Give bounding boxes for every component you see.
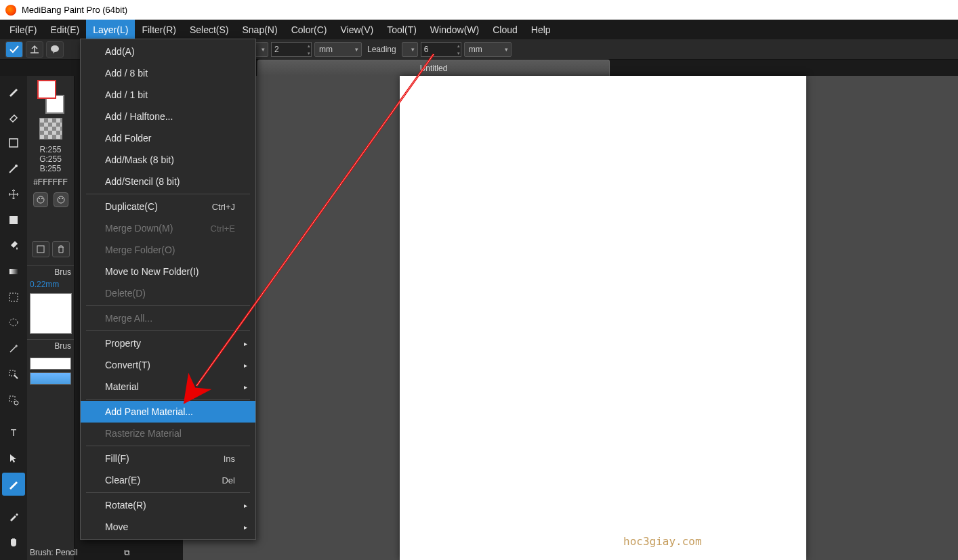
svg-rect-1 bbox=[9, 139, 18, 147]
tool-divide[interactable] bbox=[2, 473, 25, 496]
menu-item-rotate-r[interactable]: Rotate(R)▸ bbox=[81, 494, 255, 516]
menu-item-fill-f[interactable]: Fill(F)Ins bbox=[81, 448, 255, 469]
svg-text:T: T bbox=[11, 427, 17, 438]
menu-item-label: Move to New Folder(I) bbox=[105, 266, 199, 277]
menu-item-clear-e[interactable]: Clear(E)Del bbox=[81, 469, 255, 491]
menu-item-add-folder[interactable]: Add Folder bbox=[81, 127, 255, 149]
opt-btn-speech[interactable] bbox=[46, 41, 64, 58]
menu-item-add-stencil-8-bit[interactable]: Add/Stencil (8 bit) bbox=[81, 171, 255, 192]
tool-eyedropper[interactable] bbox=[2, 505, 25, 528]
menu-snap[interactable]: Snap(N) bbox=[236, 20, 285, 39]
menu-item-merge-down-m: Merge Down(M)Ctrl+E bbox=[81, 217, 255, 239]
menu-item-add-mask-8-bit[interactable]: Add/Mask (8 bit) bbox=[81, 149, 255, 171]
tool-select-rect[interactable] bbox=[2, 286, 25, 309]
tool-brush[interactable] bbox=[2, 80, 25, 103]
canvas-container[interactable] bbox=[183, 76, 958, 560]
menu-view[interactable]: View(V) bbox=[334, 20, 381, 39]
menu-shortcut: Ctrl+E bbox=[211, 223, 235, 234]
tool-select-eraser[interactable] bbox=[2, 389, 25, 412]
menu-item-add-panel-material[interactable]: Add Panel Material... bbox=[81, 401, 255, 423]
svg-point-6 bbox=[9, 319, 18, 326]
menu-filter[interactable]: Filter(R) bbox=[135, 20, 183, 39]
menu-item-merge-all: Merge All... bbox=[81, 307, 255, 329]
opt-dropdown-2[interactable] bbox=[402, 42, 418, 57]
menu-tool[interactable]: Tool(T) bbox=[380, 20, 423, 39]
tool-lasso[interactable] bbox=[2, 311, 25, 335]
bucket-icon bbox=[7, 240, 20, 252]
brush-footer: Brush: Pencil ⧉ bbox=[30, 548, 130, 557]
fill-square-icon bbox=[7, 214, 20, 226]
tool-fill[interactable] bbox=[2, 209, 25, 232]
svg-point-11 bbox=[37, 196, 44, 203]
tool-text[interactable]: T bbox=[2, 421, 25, 444]
opt-btn-share[interactable] bbox=[26, 41, 43, 58]
layer-new-btn[interactable] bbox=[32, 241, 49, 257]
document-tab[interactable]: Untitled bbox=[257, 60, 610, 76]
menu-item-convert-t[interactable]: Convert(T)▸ bbox=[81, 354, 255, 376]
menu-select[interactable]: Select(S) bbox=[183, 20, 236, 39]
svg-rect-17 bbox=[37, 246, 44, 253]
tool-dot-brush[interactable] bbox=[2, 157, 25, 180]
tool-hand[interactable] bbox=[2, 531, 25, 554]
menu-shortcut: Ctrl+J bbox=[212, 202, 235, 212]
tool-operation[interactable] bbox=[2, 447, 25, 470]
menu-item-add-1-bit[interactable]: Add / 1 bit bbox=[81, 84, 255, 106]
menu-layer[interactable]: Layer(L) bbox=[86, 20, 135, 39]
brush-item-1[interactable] bbox=[30, 358, 71, 370]
menu-item-add-8-bit[interactable]: Add / 8 bit bbox=[81, 62, 255, 84]
menu-item-label: Convert(T) bbox=[105, 360, 150, 370]
menu-item-property[interactable]: Property▸ bbox=[81, 332, 255, 354]
opt-input-2[interactable] bbox=[421, 42, 461, 57]
palette-btn-1[interactable] bbox=[33, 192, 48, 207]
menu-item-label: Move bbox=[105, 521, 128, 532]
menu-item-move-to-new-folder-i[interactable]: Move to New Folder(I) bbox=[81, 261, 255, 282]
brush-icon bbox=[7, 85, 20, 98]
foreground-swatch[interactable] bbox=[37, 80, 56, 99]
menu-item-label: Rotate(R) bbox=[105, 500, 146, 511]
palette-btn-2[interactable] bbox=[54, 192, 68, 207]
menu-item-label: Duplicate(C) bbox=[105, 201, 158, 212]
tool-move[interactable] bbox=[2, 183, 25, 206]
share-icon bbox=[28, 43, 41, 56]
menu-color[interactable]: Color(C) bbox=[285, 20, 334, 39]
submenu-arrow-icon: ▸ bbox=[244, 502, 247, 509]
check-icon bbox=[8, 43, 20, 56]
color-swatches[interactable] bbox=[37, 80, 64, 114]
menu-separator bbox=[86, 399, 250, 400]
brush-item-2[interactable] bbox=[30, 372, 71, 385]
menu-cloud[interactable]: Cloud bbox=[486, 20, 524, 39]
tool-gradient[interactable] bbox=[2, 260, 25, 283]
tool-magic-wand[interactable] bbox=[2, 337, 25, 360]
app-title: MediBang Paint Pro (64bit) bbox=[22, 5, 127, 15]
opt-unit-2[interactable]: mm bbox=[464, 42, 512, 57]
menu-edit[interactable]: Edit(E) bbox=[43, 20, 86, 39]
menu-window[interactable]: Window(W) bbox=[423, 20, 486, 39]
tool-select-pen[interactable] bbox=[2, 363, 25, 386]
leading-label: Leading bbox=[365, 45, 399, 54]
canvas[interactable] bbox=[400, 76, 806, 560]
menu-item-add-halftone[interactable]: Add / Halftone... bbox=[81, 106, 255, 127]
opt-input-1[interactable] bbox=[271, 42, 312, 57]
menu-item-label: Clear(E) bbox=[105, 475, 140, 486]
side-panel: R:255 G:255 B:255 #FFFFFF Brus 0.22mm Br… bbox=[27, 76, 75, 560]
menu-item-move[interactable]: Move▸ bbox=[81, 516, 255, 538]
square-icon bbox=[7, 137, 20, 149]
pointer-icon bbox=[7, 452, 20, 465]
menu-item-duplicate-c[interactable]: Duplicate(C)Ctrl+J bbox=[81, 196, 255, 217]
brush-size-preview[interactable] bbox=[30, 293, 72, 334]
menu-item-material[interactable]: Material▸ bbox=[81, 376, 255, 397]
menu-item-add-a[interactable]: Add(A) bbox=[81, 41, 255, 62]
tool-eraser[interactable] bbox=[2, 106, 25, 129]
opt-unit-1[interactable]: mm bbox=[314, 42, 362, 57]
menu-separator bbox=[86, 492, 250, 493]
tool-bucket[interactable] bbox=[2, 234, 25, 257]
menu-file[interactable]: File(F) bbox=[3, 20, 43, 39]
svg-rect-4 bbox=[9, 269, 18, 274]
tool-shape[interactable] bbox=[2, 131, 25, 154]
transparent-swatch[interactable] bbox=[39, 118, 62, 139]
opt-btn-confirm[interactable] bbox=[5, 41, 23, 58]
layer-action-buttons bbox=[27, 238, 74, 260]
layer-delete-btn[interactable] bbox=[52, 241, 70, 257]
menu-help[interactable]: Help bbox=[524, 20, 558, 39]
popout-icon[interactable]: ⧉ bbox=[124, 548, 130, 557]
